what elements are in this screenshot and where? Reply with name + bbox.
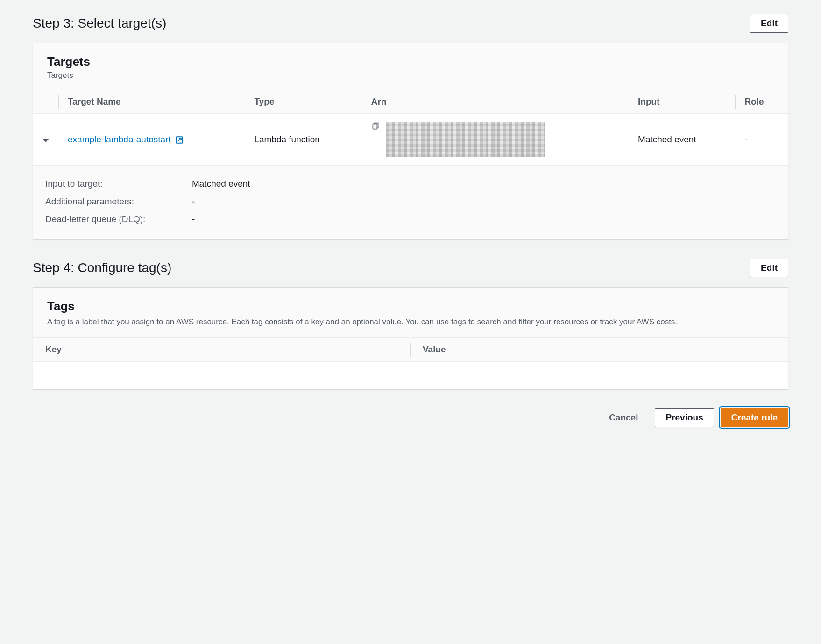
- targets-header-row: Target Name Type Arn Input Role: [33, 90, 788, 114]
- targets-table: Target Name Type Arn Input Role example-…: [33, 90, 788, 166]
- detail-value: -: [192, 196, 195, 207]
- step3-header: Step 3: Select target(s) Edit: [33, 14, 788, 33]
- col-input[interactable]: Input: [629, 90, 735, 114]
- cell-arn: [362, 114, 629, 166]
- step4-header: Step 4: Configure tag(s) Edit: [33, 259, 788, 277]
- targets-panel-title: Targets: [47, 55, 774, 69]
- col-target-name[interactable]: Target Name: [58, 90, 245, 114]
- edit-step3-button[interactable]: Edit: [750, 14, 788, 33]
- detail-value: -: [192, 214, 195, 224]
- edit-step4-button[interactable]: Edit: [750, 259, 788, 277]
- footer-actions: Cancel Previous Create rule: [33, 408, 788, 427]
- tags-empty-row: [33, 361, 788, 389]
- step3-title: Step 3: Select target(s): [33, 16, 166, 31]
- tags-panel-title: Tags: [47, 299, 774, 314]
- target-name-link[interactable]: example-lambda-autostart: [68, 134, 171, 144]
- tags-panel: Tags A tag is a label that you assign to…: [33, 287, 788, 390]
- cancel-button[interactable]: Cancel: [599, 409, 648, 427]
- cell-input: Matched event: [629, 114, 735, 166]
- detail-input-to-target: Input to target: Matched event: [45, 175, 776, 193]
- cell-role: -: [735, 114, 788, 166]
- col-expand: [33, 90, 58, 114]
- targets-panel-head: Targets Targets: [33, 43, 788, 90]
- chevron-down-icon[interactable]: [42, 139, 49, 142]
- col-type[interactable]: Type: [245, 90, 361, 114]
- targets-panel: Targets Targets Target Name Type Arn Inp…: [33, 43, 788, 240]
- copy-icon[interactable]: [371, 122, 380, 131]
- tags-panel-desc: A tag is a label that you assign to an A…: [47, 316, 774, 328]
- col-value[interactable]: Value: [410, 337, 788, 361]
- svg-rect-1: [373, 124, 377, 129]
- col-key[interactable]: Key: [33, 337, 410, 361]
- target-details: Input to target: Matched event Additiona…: [33, 166, 788, 239]
- external-link-icon[interactable]: [175, 136, 184, 144]
- tags-header-row: Key Value: [33, 337, 788, 361]
- create-rule-button[interactable]: Create rule: [721, 408, 788, 427]
- detail-value: Matched event: [192, 179, 250, 189]
- detail-additional-params: Additional parameters: -: [45, 193, 776, 210]
- detail-dlq: Dead-letter queue (DLQ): -: [45, 210, 776, 228]
- arn-redacted: [386, 122, 545, 157]
- col-role[interactable]: Role: [735, 90, 788, 114]
- table-row: example-lambda-autostart Lambda function: [33, 114, 788, 166]
- detail-label: Additional parameters:: [45, 196, 181, 207]
- detail-label: Dead-letter queue (DLQ):: [45, 214, 181, 224]
- col-arn[interactable]: Arn: [362, 90, 629, 114]
- cell-target-name: example-lambda-autostart: [58, 114, 245, 166]
- detail-label: Input to target:: [45, 179, 181, 189]
- previous-button[interactable]: Previous: [655, 408, 714, 427]
- step4-title: Step 4: Configure tag(s): [33, 260, 171, 275]
- targets-panel-sub: Targets: [47, 71, 774, 80]
- tags-table: Key Value: [33, 337, 788, 390]
- tags-panel-head: Tags A tag is a label that you assign to…: [33, 288, 788, 337]
- cell-type: Lambda function: [245, 114, 361, 166]
